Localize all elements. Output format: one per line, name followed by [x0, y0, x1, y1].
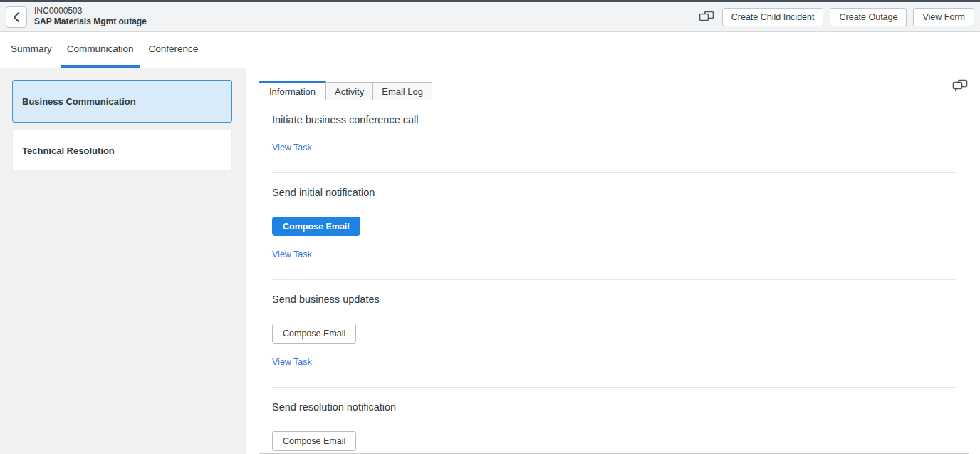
sub-tab-bar: Information Activity Email Log [259, 81, 969, 100]
tab-summary[interactable]: Summary [5, 32, 58, 68]
panel-popout-icon[interactable] [951, 78, 969, 93]
overlapping-windows-icon [952, 79, 968, 92]
back-button[interactable] [6, 6, 27, 28]
incident-header: INC0000503 SAP Materials Mgmt outage Cre… [0, 2, 980, 32]
incident-number: INC0000503 [34, 6, 147, 16]
tab-information[interactable]: Information [259, 81, 326, 100]
tab-email-log[interactable]: Email Log [373, 82, 432, 100]
incident-title: SAP Materials Mgmt outage [34, 17, 147, 27]
sidebar-item-business-communication[interactable]: Business Communication [12, 80, 232, 123]
compose-email-button[interactable]: Compose Email [272, 431, 356, 451]
view-task-link[interactable]: View Task [272, 356, 312, 368]
task-section-send-initial-notification: Send initial notification Compose Email … [259, 173, 969, 261]
task-section-send-resolution-notification: Send resolution notification Compose Ema… [259, 388, 969, 451]
section-title: Send initial notification [272, 173, 956, 200]
overlapping-windows-icon [699, 11, 714, 24]
tab-communication[interactable]: Communication [61, 32, 140, 68]
create-child-incident-button[interactable]: Create Child Incident [722, 8, 824, 26]
header-popout-icon[interactable] [697, 9, 716, 25]
communication-sidebar: Business Communication Technical Resolut… [0, 68, 246, 454]
primary-tab-bar: Summary Communication Conference [0, 32, 980, 68]
incident-identity: INC0000503 SAP Materials Mgmt outage [34, 6, 147, 27]
main-content: Information Activity Email Log Initiate … [246, 68, 980, 454]
compose-email-button[interactable]: Compose Email [272, 217, 360, 236]
compose-email-button[interactable]: Compose Email [272, 324, 356, 344]
tab-conference[interactable]: Conference [143, 32, 204, 68]
view-form-button[interactable]: View Form [913, 8, 974, 26]
task-section-initiate-conference-call: Initiate business conference call View T… [259, 100, 969, 154]
header-actions: Create Child Incident Create Outage View… [697, 8, 974, 26]
create-outage-button[interactable]: Create Outage [830, 8, 907, 26]
workspace: Business Communication Technical Resolut… [0, 68, 980, 454]
sidebar-item-label: Technical Resolution [22, 145, 115, 156]
view-task-link[interactable]: View Task [272, 141, 312, 154]
sidebar-item-label: Business Communication [22, 96, 136, 107]
tab-activity[interactable]: Activity [326, 82, 373, 100]
section-title: Initiate business conference call [272, 100, 956, 127]
chevron-left-icon [13, 12, 20, 22]
view-task-link[interactable]: View Task [272, 248, 312, 261]
information-panel: Initiate business conference call View T… [259, 100, 969, 454]
task-section-send-business-updates: Send business updates Compose Email View… [259, 280, 969, 368]
section-title: Send business updates [272, 280, 956, 306]
section-title: Send resolution notification [272, 388, 956, 414]
sidebar-item-technical-resolution[interactable]: Technical Resolution [12, 130, 232, 171]
